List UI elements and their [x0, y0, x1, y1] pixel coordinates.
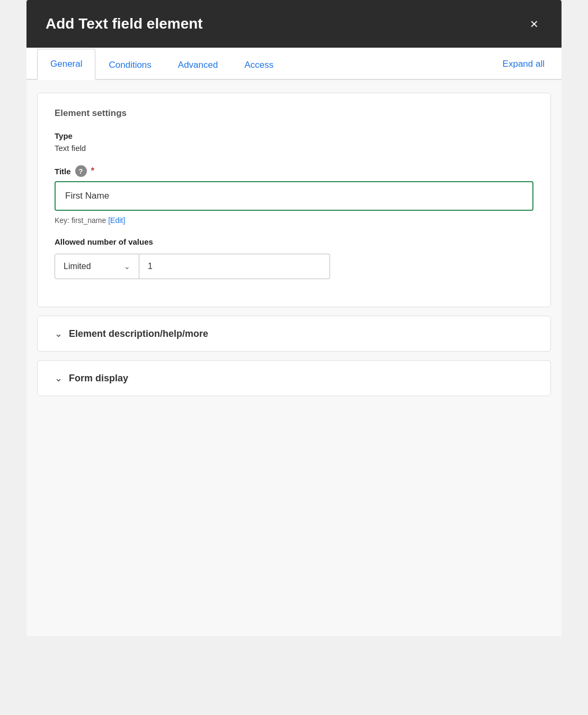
limited-dropdown[interactable]: Limited ⌄: [55, 254, 139, 279]
type-label: Type: [55, 131, 533, 140]
help-icon[interactable]: ?: [75, 165, 87, 177]
element-settings-title: Element settings: [55, 108, 533, 119]
title-label-row: Title ? *: [55, 165, 533, 177]
title-label: Title: [55, 167, 71, 176]
tab-advanced[interactable]: Advanced: [165, 50, 231, 80]
dropdown-value: Limited: [64, 262, 91, 271]
form-display-collapsible-card: ⌄ Form display: [37, 360, 551, 396]
number-input[interactable]: [139, 254, 330, 279]
allowed-values-label: Allowed number of values: [55, 237, 533, 246]
tab-access[interactable]: Access: [231, 50, 287, 80]
form-display-collapsible-header[interactable]: ⌄ Form display: [38, 361, 550, 396]
tabs-left: General Conditions Advanced Access: [37, 48, 287, 79]
allowed-values-row: Limited ⌄: [55, 254, 533, 279]
form-display-collapsible-title: Form display: [69, 373, 128, 384]
modal-title: Add Text field element: [46, 15, 203, 32]
allowed-values-group: Allowed number of values Limited ⌄: [55, 237, 533, 279]
chevron-down-icon: ⌄: [55, 372, 63, 384]
title-field-group: Title ? * Key: first_name [Edit]: [55, 165, 533, 225]
required-star: *: [91, 166, 95, 176]
tabs-bar: General Conditions Advanced Access Expan…: [26, 48, 562, 80]
tab-conditions[interactable]: Conditions: [95, 50, 164, 80]
element-settings-card: Element settings Type Text field Title ?…: [37, 93, 551, 307]
chevron-down-icon: ⌄: [55, 328, 63, 339]
description-collapsible-card: ⌄ Element description/help/more: [37, 316, 551, 352]
key-edit-link[interactable]: [Edit]: [108, 216, 125, 225]
title-input[interactable]: [55, 181, 533, 211]
type-field-group: Type Text field: [55, 131, 533, 153]
description-collapsible-title: Element description/help/more: [69, 328, 208, 339]
type-value: Text field: [55, 144, 533, 153]
close-button[interactable]: ×: [526, 15, 542, 33]
expand-all-button[interactable]: Expand all: [496, 49, 551, 79]
tab-general[interactable]: General: [37, 49, 95, 80]
key-prefix-text: Key: first_name: [55, 216, 108, 225]
modal-header: Add Text field element ×: [26, 0, 562, 48]
modal: Add Text field element × General Conditi…: [26, 0, 562, 636]
description-collapsible-header[interactable]: ⌄ Element description/help/more: [38, 316, 550, 351]
chevron-down-icon: ⌄: [124, 262, 130, 271]
modal-body: Element settings Type Text field Title ?…: [26, 80, 562, 636]
key-row: Key: first_name [Edit]: [55, 216, 533, 225]
